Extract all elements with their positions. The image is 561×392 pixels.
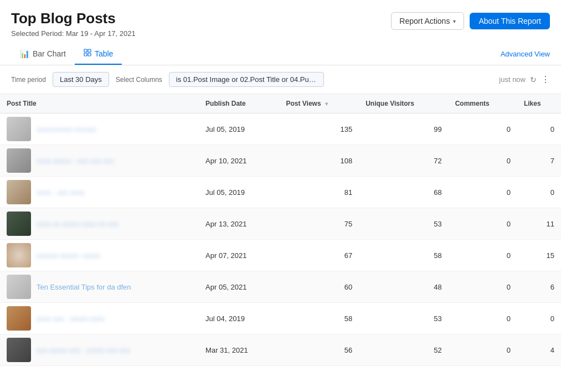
table-row: xxxx - xxx xxxx Jul 05, 2019 81 68 0 0 xyxy=(0,177,561,208)
publish-date-cell: Jul 04, 2019 xyxy=(199,303,279,334)
unique-visitors-cell: 58 xyxy=(359,240,449,271)
post-cell: xxxx - xxx xxxx xyxy=(0,177,199,208)
publish-date-cell: Apr 05, 2021 xyxy=(199,271,279,303)
unique-visitors-cell: 68 xyxy=(359,177,449,208)
report-actions-button[interactable]: Report Actions ▾ xyxy=(391,12,464,30)
unique-visitors-cell: 53 xyxy=(359,303,449,334)
comments-cell: 0 xyxy=(449,114,517,145)
post-thumbnail xyxy=(7,180,31,204)
filters-bar: Time period Last 30 Days Select Columns … xyxy=(0,65,561,94)
col-publish-date: Publish Date xyxy=(199,94,279,114)
comments-cell: 0 xyxy=(449,271,517,303)
post-title-text: xxxxxxxxxx xxxxxx xyxy=(37,125,96,133)
col-unique-visitors: Unique Visitors xyxy=(359,94,449,114)
post-title-text: xxxx xx xxxxx xxxx xx xxx xyxy=(37,220,119,228)
post-views-cell: 108 xyxy=(279,145,359,177)
unique-visitors-cell: 53 xyxy=(359,208,449,240)
post-thumbnail xyxy=(7,275,31,299)
post-thumbnail xyxy=(7,243,31,267)
comments-cell: 0 xyxy=(449,334,517,366)
post-views-cell: 67 xyxy=(279,240,359,271)
post-thumbnail xyxy=(7,212,31,236)
post-thumbnail xyxy=(7,306,31,331)
post-cell: xxx xxxxx xxx - xxxxx xxx xxx xyxy=(0,334,199,366)
time-period-button[interactable]: Last 30 Days xyxy=(53,72,109,87)
post-title-text: xxxx xxxxx - xxx xxx xxx xyxy=(37,157,114,165)
page-header: Top Blog Posts Selected Period: Mar 19 -… xyxy=(0,0,561,43)
publish-date-cell: Mar 31, 2021 xyxy=(199,334,279,366)
post-views-cell: 81 xyxy=(279,177,359,208)
sort-icon: ▾ xyxy=(325,101,328,107)
post-cell: xxxxxxxxxx xxxxxx xyxy=(0,114,199,145)
likes-cell: 0 xyxy=(517,114,561,145)
svg-rect-1 xyxy=(88,49,91,52)
post-title-text: xxx xxxxx xxx - xxxxx xxx xxx xyxy=(37,346,130,354)
header-left: Top Blog Posts Selected Period: Mar 19 -… xyxy=(11,10,136,38)
post-title-text: xxxx xxx - xxxxx xxxx xyxy=(37,314,105,323)
post-cell: Ten Essential Tips for da dfen xyxy=(0,271,199,303)
chevron-down-icon: ▾ xyxy=(453,18,456,24)
select-columns-label: Select Columns xyxy=(116,76,162,84)
post-thumbnail xyxy=(7,117,31,141)
publish-date-cell: Jul 05, 2019 xyxy=(199,177,279,208)
svg-rect-3 xyxy=(88,53,91,56)
header-right: Report Actions ▾ About This Report xyxy=(391,12,550,30)
table-row: xxx xxxxx xxx - xxxxx xxx xxx Mar 31, 20… xyxy=(0,334,561,366)
about-report-button[interactable]: About This Report xyxy=(470,13,550,29)
post-thumbnail xyxy=(7,148,31,173)
likes-cell: 0 xyxy=(517,177,561,208)
unique-visitors-cell: 48 xyxy=(359,271,449,303)
table-row: xxxx xx xxxxx xxxx xx xxx Apr 13, 2021 7… xyxy=(0,208,561,240)
table-row: Ten Essential Tips for da dfen Apr 05, 2… xyxy=(0,271,561,303)
post-views-cell: 56 xyxy=(279,334,359,366)
post-views-cell: 58 xyxy=(279,303,359,334)
svg-rect-2 xyxy=(84,53,87,56)
likes-cell: 6 xyxy=(517,271,561,303)
time-period-label: Time period xyxy=(11,76,46,84)
post-title-text: Ten Essential Tips for da dfen xyxy=(37,283,131,291)
tabs: 📊 Bar Chart Table xyxy=(11,43,122,65)
post-thumbnail xyxy=(7,338,31,362)
table-row: xxxxxx xxxxx- xxxxx Apr 07, 2021 67 58 0… xyxy=(0,240,561,271)
comments-cell: 0 xyxy=(449,240,517,271)
refresh-status: just now xyxy=(499,75,526,84)
likes-cell: 0 xyxy=(517,303,561,334)
comments-cell: 0 xyxy=(449,208,517,240)
table-row: xxxxxxxxxx xxxxxx Jul 05, 2019 135 99 0 … xyxy=(0,114,561,145)
advanced-view-link[interactable]: Advanced View xyxy=(501,44,550,64)
table-header-row: Post Title Publish Date Post Views ▾ Uni… xyxy=(0,94,561,114)
publish-date-cell: Apr 07, 2021 xyxy=(199,240,279,271)
likes-cell: 4 xyxy=(517,334,561,366)
likes-cell: 7 xyxy=(517,145,561,177)
post-views-cell: 135 xyxy=(279,114,359,145)
refresh-icon[interactable]: ↻ xyxy=(530,75,537,84)
post-views-cell: 75 xyxy=(279,208,359,240)
tab-table-label: Table xyxy=(95,49,113,58)
tab-bar-chart-label: Bar Chart xyxy=(33,49,66,58)
post-title-text: xxxxxx xxxxx- xxxxx xyxy=(37,251,101,260)
table-row: xxxx xxx - xxxxx xxxx Jul 04, 2019 58 53… xyxy=(0,303,561,334)
likes-cell: 15 xyxy=(517,240,561,271)
unique-visitors-cell: 72 xyxy=(359,145,449,177)
comments-cell: 0 xyxy=(449,303,517,334)
col-likes: Likes xyxy=(517,94,561,114)
likes-cell: 11 xyxy=(517,208,561,240)
report-actions-label: Report Actions xyxy=(399,17,450,25)
tab-bar-chart[interactable]: 📊 Bar Chart xyxy=(11,43,75,65)
publish-date-cell: Apr 13, 2021 xyxy=(199,208,279,240)
tab-table[interactable]: Table xyxy=(75,43,122,65)
post-views-cell: 60 xyxy=(279,271,359,303)
publish-date-cell: Jul 05, 2019 xyxy=(199,114,279,145)
table-row: xxxx xxxxx - xxx xxx xxx Apr 10, 2021 10… xyxy=(0,145,561,177)
post-cell: xxxxxx xxxxx- xxxxx xyxy=(0,240,199,271)
more-options-icon[interactable]: ⋮ xyxy=(541,74,550,85)
unique-visitors-cell: 52 xyxy=(359,334,449,366)
post-title-text: xxxx - xxx xxxx xyxy=(37,188,85,197)
post-cell: xxxx xxxxx - xxx xxx xxx xyxy=(0,145,199,177)
col-post-views[interactable]: Post Views ▾ xyxy=(279,94,359,114)
data-table-wrap: Post Title Publish Date Post Views ▾ Uni… xyxy=(0,94,561,366)
select-columns-button[interactable]: is 01.Post Image or 02.Post Title or 04.… xyxy=(169,72,324,87)
svg-rect-0 xyxy=(84,49,87,52)
data-table: Post Title Publish Date Post Views ▾ Uni… xyxy=(0,94,561,366)
bar-chart-icon: 📊 xyxy=(20,49,29,58)
